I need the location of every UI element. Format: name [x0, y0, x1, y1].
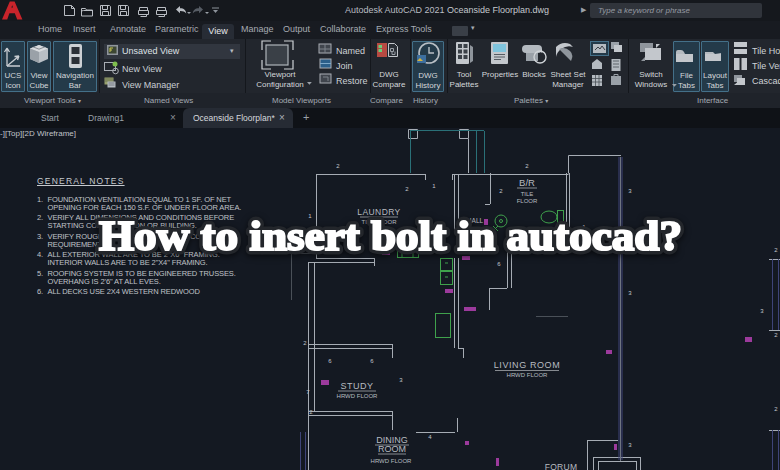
svg-text:FLOOR: FLOOR — [517, 198, 538, 204]
svg-text:2: 2 — [774, 406, 778, 412]
svg-text:3: 3 — [628, 188, 632, 194]
svg-text:2: 2 — [774, 332, 778, 338]
svg-text:3: 3 — [760, 308, 764, 314]
svg-text:3: 3 — [628, 442, 632, 448]
svg-text:HRWD FLOOR: HRWD FLOOR — [507, 372, 549, 378]
svg-text:How to insert bolt in autocad?: How to insert bolt in autocad? — [99, 212, 682, 259]
svg-text:7: 7 — [306, 389, 310, 395]
svg-text:6: 6 — [497, 261, 501, 267]
svg-text:2: 2 — [405, 186, 409, 192]
svg-text:2: 2 — [303, 340, 307, 346]
svg-text:4: 4 — [428, 434, 432, 440]
svg-text:2: 2 — [336, 163, 340, 169]
svg-text:STUDY: STUDY — [340, 381, 373, 391]
svg-text:6: 6 — [328, 358, 332, 364]
svg-text:6: 6 — [370, 358, 374, 364]
svg-text:1: 1 — [432, 183, 436, 189]
svg-text:3: 3 — [628, 290, 632, 296]
svg-text:B/R: B/R — [519, 177, 535, 188]
svg-text:HRWD FLOOR: HRWD FLOOR — [371, 458, 413, 464]
svg-text:HRWD FLOOR: HRWD FLOOR — [337, 393, 379, 399]
svg-text:2: 2 — [499, 188, 503, 194]
svg-text:LIVING ROOM: LIVING ROOM — [494, 360, 561, 370]
svg-text:FORUM: FORUM — [545, 462, 578, 470]
svg-text:3: 3 — [399, 377, 403, 383]
svg-text:TILE: TILE — [521, 191, 534, 197]
svg-text:2: 2 — [774, 247, 778, 253]
svg-text:ROOM: ROOM — [378, 444, 406, 454]
svg-text:2: 2 — [525, 163, 529, 169]
